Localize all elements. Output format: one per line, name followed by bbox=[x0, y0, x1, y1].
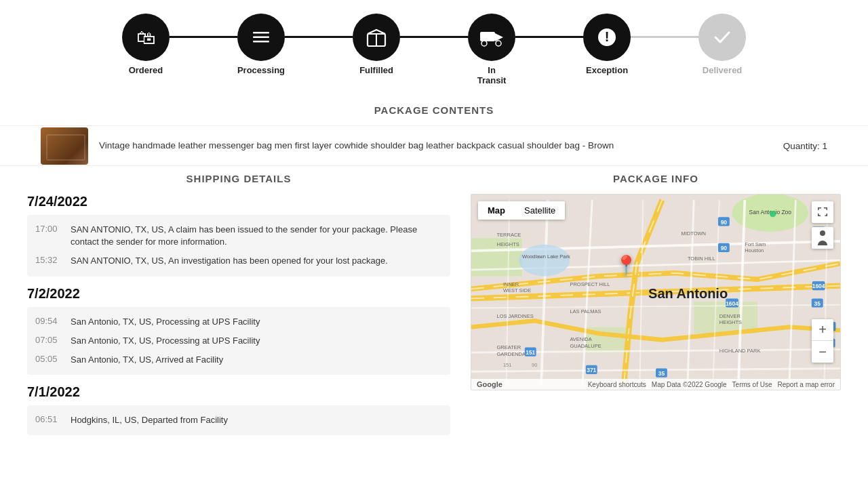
svg-text:GUADALUPE: GUADALUPE bbox=[570, 343, 601, 349]
google-logo: Google bbox=[477, 380, 502, 388]
svg-text:1604: 1604 bbox=[812, 283, 825, 289]
map-tabs: Map Satellite bbox=[478, 201, 565, 220]
svg-rect-0 bbox=[253, 32, 269, 34]
two-column-layout: SHIPPING DETAILS 7/24/2022 17:00 SAN ANT… bbox=[0, 173, 868, 445]
event-list-2: 09:54 San Antonio, TX, US, Processing at… bbox=[27, 307, 450, 375]
shipping-details-title: SHIPPING DETAILS bbox=[27, 173, 450, 184]
event-list-3: 06:51 Hodgkins, IL, US, Departed from Fa… bbox=[27, 405, 450, 435]
map-footer: Google Keyboard shortcuts Map Data ©2022… bbox=[471, 379, 840, 390]
map-footer-links: Keyboard shortcuts Map Data ©2022 Google… bbox=[588, 381, 835, 388]
svg-text:90: 90 bbox=[532, 362, 537, 368]
event-row: 15:32 SAN ANTONIO, TX, US, An investigat… bbox=[35, 251, 442, 270]
ordered-label: Ordered bbox=[129, 65, 163, 75]
date-2: 7/2/2022 bbox=[27, 286, 450, 302]
ordered-icon: 🛍 bbox=[122, 14, 170, 61]
report-error-link[interactable]: Report a map error bbox=[778, 381, 835, 388]
package-info-col: PACKAGE INFO bbox=[471, 173, 841, 445]
svg-point-8 bbox=[496, 41, 501, 46]
svg-text:Fort Sam: Fort Sam bbox=[745, 241, 766, 247]
svg-text:!: ! bbox=[605, 29, 610, 44]
connector-3 bbox=[400, 36, 468, 38]
map-zoom-controls: + − bbox=[812, 319, 833, 363]
date-group-2: 7/2/2022 09:54 San Antonio, TX, US, Proc… bbox=[27, 286, 450, 375]
event-time: 09:54 bbox=[35, 316, 61, 328]
svg-text:HEIGHTS: HEIGHTS bbox=[719, 319, 742, 325]
svg-text:WEST SIDE: WEST SIDE bbox=[503, 287, 531, 293]
processing-label: Processing bbox=[237, 65, 285, 75]
delivered-label: Delivered bbox=[703, 65, 743, 75]
step-delivered: Delivered bbox=[698, 14, 746, 75]
svg-text:HEIGHTS: HEIGHTS bbox=[497, 241, 519, 247]
svg-marker-6 bbox=[495, 33, 503, 41]
event-time: 06:51 bbox=[35, 414, 61, 426]
terms-of-use-link[interactable]: Terms of Use bbox=[732, 381, 772, 388]
package-contents-row: Vintage handmade leather messenger bag m… bbox=[0, 125, 868, 166]
svg-text:151: 151 bbox=[503, 362, 512, 368]
processing-icon bbox=[237, 14, 285, 61]
delivered-icon bbox=[698, 14, 746, 61]
map-street-view-button[interactable] bbox=[812, 227, 833, 249]
event-row: 09:54 San Antonio, TX, US, Processing at… bbox=[35, 312, 442, 331]
map-location-pin: 📍 bbox=[614, 254, 638, 277]
svg-text:Woodlawn Lake Park: Woodlawn Lake Park bbox=[522, 253, 570, 260]
event-desc: SAN ANTONIO, TX, US, A claim has been is… bbox=[71, 224, 442, 248]
step-ordered: 🛍 Ordered bbox=[122, 14, 170, 75]
map-tab-satellite[interactable]: Satellite bbox=[515, 201, 565, 220]
svg-text:Houston: Houston bbox=[745, 247, 764, 253]
connector-2 bbox=[285, 36, 353, 38]
event-desc: San Antonio, TX, US, Processing at UPS F… bbox=[71, 316, 442, 328]
map-zoom-out-button[interactable]: − bbox=[812, 341, 833, 363]
event-row: 07:05 San Antonio, TX, US, Processing at… bbox=[35, 331, 442, 350]
svg-text:AVENIDA: AVENIDA bbox=[570, 336, 591, 342]
event-desc: SAN ANTONIO, TX, US, An investigation ha… bbox=[71, 255, 442, 267]
package-contents-title: PACKAGE CONTENTS bbox=[0, 104, 868, 116]
product-quantity: Quantity: 1 bbox=[783, 141, 827, 151]
event-row: 06:51 Hodgkins, IL, US, Departed from Fa… bbox=[35, 411, 442, 430]
event-desc: San Antonio, TX, US, Processing at UPS F… bbox=[71, 335, 442, 347]
step-fulfilled: Fulfilled bbox=[353, 14, 400, 75]
step-processing: Processing bbox=[237, 14, 285, 75]
map-tab-map[interactable]: Map bbox=[478, 201, 515, 220]
svg-text:90: 90 bbox=[721, 219, 728, 226]
svg-rect-5 bbox=[480, 32, 495, 41]
event-time: 17:00 bbox=[35, 224, 61, 248]
date-group-1: 7/24/2022 17:00 SAN ANTONIO, TX, US, A c… bbox=[27, 194, 450, 277]
svg-text:TERRACE: TERRACE bbox=[497, 232, 521, 238]
svg-rect-2 bbox=[253, 41, 269, 43]
svg-text:TOBIN HILL: TOBIN HILL bbox=[688, 256, 715, 262]
step-in-transit: InTransit bbox=[468, 14, 515, 85]
svg-text:INNER: INNER bbox=[503, 281, 519, 287]
exception-icon: ! bbox=[583, 14, 631, 61]
date-3: 7/1/2022 bbox=[27, 384, 450, 400]
event-row: 17:00 SAN ANTONIO, TX, US, A claim has b… bbox=[35, 220, 442, 251]
event-desc: San Antonio, TX, US, Arrived at Facility bbox=[71, 354, 442, 366]
svg-text:90: 90 bbox=[721, 245, 728, 251]
svg-text:LOS JARDINES: LOS JARDINES bbox=[497, 313, 534, 319]
svg-text:MIDTOWN: MIDTOWN bbox=[682, 230, 707, 237]
shipping-details-col: SHIPPING DETAILS 7/24/2022 17:00 SAN ANT… bbox=[27, 173, 450, 445]
date-group-3: 7/1/2022 06:51 Hodgkins, IL, US, Departe… bbox=[27, 384, 450, 435]
svg-text:GREATER: GREATER bbox=[497, 344, 521, 350]
svg-text:371: 371 bbox=[587, 367, 596, 373]
event-time: 05:05 bbox=[35, 354, 61, 366]
product-image bbox=[41, 127, 88, 165]
svg-rect-1 bbox=[253, 37, 269, 39]
event-list-1: 17:00 SAN ANTONIO, TX, US, A claim has b… bbox=[27, 215, 450, 277]
event-time: 07:05 bbox=[35, 335, 61, 347]
package-info-title: PACKAGE INFO bbox=[471, 173, 841, 184]
svg-text:35: 35 bbox=[814, 300, 821, 307]
connector-5 bbox=[631, 36, 698, 38]
svg-point-7 bbox=[481, 41, 487, 46]
fulfilled-label: Fulfilled bbox=[359, 65, 393, 75]
svg-text:PROSPECT HILL: PROSPECT HILL bbox=[570, 281, 610, 287]
svg-point-62 bbox=[820, 230, 825, 236]
map-zoom-in-button[interactable]: + bbox=[812, 319, 833, 341]
map-fullscreen-button[interactable] bbox=[812, 201, 833, 223]
step-exception: ! Exception bbox=[583, 14, 631, 75]
in-transit-label: InTransit bbox=[477, 65, 507, 85]
event-time: 15:32 bbox=[35, 255, 61, 267]
map-city-label: San Antonio bbox=[648, 286, 728, 302]
svg-point-61 bbox=[770, 211, 776, 217]
keyboard-shortcuts-link[interactable]: Keyboard shortcuts bbox=[588, 381, 646, 388]
event-desc: Hodgkins, IL, US, Departed from Facility bbox=[71, 414, 442, 426]
